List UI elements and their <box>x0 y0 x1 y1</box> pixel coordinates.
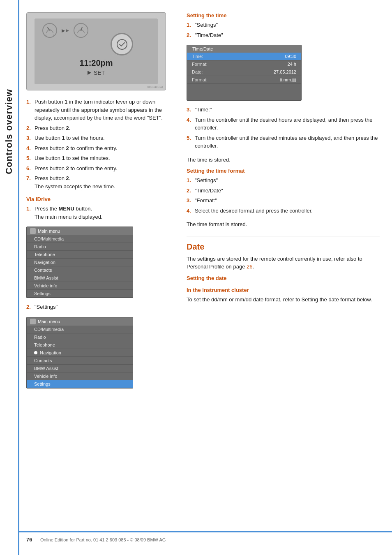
instrument-cluster-body: To set the dd/mm or mm/dd date format, r… <box>187 296 380 304</box>
left-column: 0 6 ▶▶ <box>18 0 178 555</box>
menu2-item-navigation: Navigation <box>27 349 133 357</box>
menu1-item-telephone: Telephone <box>27 251 133 259</box>
time-format-stored-text: The time format is stored. <box>187 220 380 229</box>
menu2-item-settings: Settings <box>27 380 133 388</box>
menu1-item-navigation: Navigation <box>27 259 133 266</box>
dot-icon <box>34 351 37 354</box>
menu2-item-bmwassist: BMW Assist <box>27 365 133 372</box>
menu1-item-settings: Settings <box>27 290 133 298</box>
svg-point-7 <box>80 30 82 31</box>
timedate-row-format1: Format: 24 h <box>187 60 301 68</box>
st-step-2: 2. "Time/Date" <box>187 31 380 39</box>
time-stored-text: The time is stored. <box>187 156 380 164</box>
timedate-row-date: Date: 27.05.2012 <box>187 68 301 76</box>
idrive-step-1: 1. Press the MENU button.The main menu i… <box>26 205 170 221</box>
set-triangle-icon <box>88 71 91 75</box>
date-section-title: Date <box>187 236 380 252</box>
via-idrive-heading: Via iDrive <box>26 196 170 202</box>
menu2-item-radio: Radio <box>27 333 133 341</box>
timedate-title-bar: Time/Date <box>187 45 301 53</box>
intro-steps: 1. Push button 1 in the turn indicator l… <box>26 98 170 190</box>
menu1-item-bmwassist: BMW Assist <box>27 274 133 282</box>
instrument-set: SET <box>88 69 105 76</box>
menu1-item-radio: Radio <box>27 243 133 251</box>
idrive-step-2: 2. "Settings" <box>26 303 170 311</box>
menu1-title-bar: Main menu <box>27 227 133 235</box>
st2-step-5: 5. Turn the controller until the desired… <box>187 134 380 150</box>
check-icon <box>116 39 128 50</box>
menu2-item-vehicleinfo: Vehicle info <box>27 372 133 380</box>
menu2-item-telephone: Telephone <box>27 341 133 349</box>
footer: 76 Online Edition for Part no. 01 41 2 6… <box>18 531 392 547</box>
setting-date-heading: Setting the date <box>187 275 380 281</box>
time-format-steps: 1. "Settings" 2. "Time/Date" 3. "Format:… <box>187 176 380 215</box>
setting-time-steps: 1. "Settings" 2. "Time/Date" <box>187 21 380 39</box>
svg-point-2 <box>49 30 51 31</box>
timedate-screenshot: Time/Date Time: 09:30 Format: 24 h Date:… <box>187 45 302 101</box>
instrument-time: 11:20pm <box>79 58 113 68</box>
st-step-1: 1. "Settings" <box>187 21 380 29</box>
menu2-item-contacts: Contacts <box>27 357 133 365</box>
tf-step-3: 3. "Format:" <box>187 197 380 205</box>
tf-step-1: 1. "Settings" <box>187 176 380 185</box>
svg-point-8 <box>117 39 127 49</box>
menu-icon <box>30 228 36 234</box>
st2-step-3: 3. "Time:" <box>187 106 380 114</box>
footer-text: Online Edition for Part no. 01 41 2 603 … <box>40 537 166 542</box>
menu1-item-cd: CD/Multimedia <box>27 235 133 243</box>
tf-step-2: 2. "Time/Date" <box>187 187 380 195</box>
tf-step-4: 4. Select the desired format and press t… <box>187 207 380 215</box>
page-ref-link[interactable]: 26 <box>247 264 252 270</box>
menu-screenshot-1: Main menu CD/Multimedia Radio Telephone … <box>26 227 133 298</box>
watermark: 00C040C2A <box>148 86 163 88</box>
check-circle <box>111 33 133 56</box>
via-idrive-steps: 1. Press the MENU button.The main menu i… <box>26 205 170 221</box>
menu-screenshot-2: Main menu CD/Multimedia Radio Telephone … <box>26 317 133 388</box>
menu1-item-contacts: Contacts <box>27 266 133 274</box>
via-idrive-step2: 2. "Settings" <box>26 303 170 311</box>
timedate-row-format2: Format: tt.mm.jjjj <box>187 76 301 84</box>
page-number: 76 <box>26 536 36 543</box>
svg-text:0: 0 <box>46 34 47 36</box>
menu2-icon <box>30 319 36 324</box>
menu2-title-bar: Main menu <box>27 317 133 326</box>
instrument-image: 0 6 ▶▶ <box>26 12 166 90</box>
step-7: 7. Press button 2.The system accepts the… <box>26 174 170 190</box>
date-body-text: The settings are stored for the remote c… <box>187 255 380 271</box>
menu2-item-cd: CD/Multimedia <box>27 326 133 333</box>
step-2: 2. Press button 2. <box>26 124 170 132</box>
instrument-cluster-heading: In the instrument cluster <box>187 287 380 293</box>
step-3: 3. Use button 1 to set the hours. <box>26 134 170 142</box>
gauge-right-icon <box>73 23 89 38</box>
right-column: Setting the time 1. "Settings" 2. "Time/… <box>178 0 392 555</box>
step-6: 6. Press button 2 to confirm the entry. <box>26 164 170 173</box>
menu1-item-vehicleinfo: Vehicle info <box>27 282 133 290</box>
timedate-row-time: Time: 09:30 <box>187 53 301 60</box>
gauge-left-icon: 0 6 <box>42 23 58 38</box>
setting-time-steps2: 3. "Time:" 4. Turn the controller until … <box>187 106 380 150</box>
step-4: 4. Press button 2 to confirm the entry. <box>26 144 170 153</box>
sidebar-label: Controls overview <box>0 66 18 197</box>
setting-time-title: Setting the time <box>187 12 380 18</box>
step-1: 1. Push button 1 in the turn indicator l… <box>26 98 170 122</box>
setting-time-format-title: Setting the time format <box>187 168 380 174</box>
step-5: 5. Use button 1 to set the minutes. <box>26 154 170 162</box>
st2-step-4: 4. Turn the controller until the desired… <box>187 116 380 132</box>
